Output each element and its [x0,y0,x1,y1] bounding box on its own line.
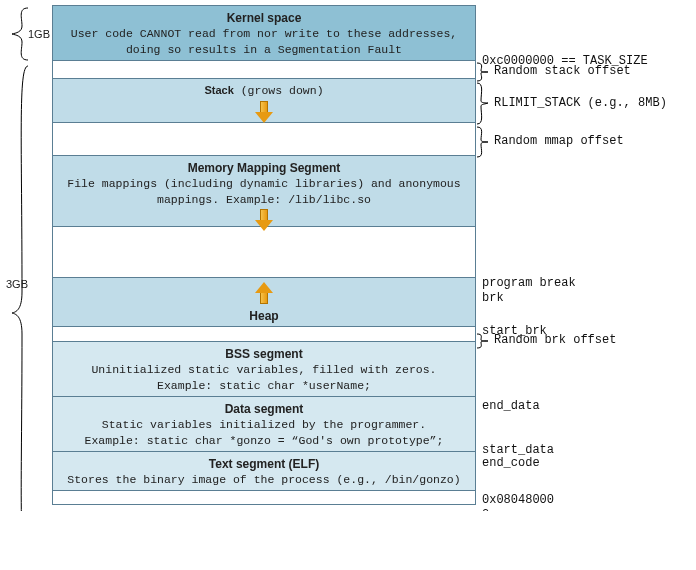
end-code-label: end_code [482,456,540,470]
bss-desc2: Example: static char *userName; [63,378,465,394]
data-segment: Data segment Static variables initialize… [52,396,476,452]
arrow-down-icon [256,209,272,231]
zero-label: 0 [482,508,489,511]
data-desc2: Example: static char *gonzo = “God's own… [63,433,465,449]
memory-map: Kernel space User code CANNOT read from … [52,6,476,505]
program-break-label: program break [482,276,576,290]
stack-segment: Stack (grows down) [52,78,476,123]
end-data-label: end_data [482,399,540,413]
heap-title: Heap [63,308,465,324]
text-start-addr: 0x08048000 [482,493,554,507]
mmap-random-offset-gap [52,122,476,156]
memory-layout-diagram: 1GB 3GB Kernel space User code CANNOT re… [6,6,690,505]
bss-title: BSS segment [63,346,465,362]
mmap-title: Memory Mapping Segment [63,160,465,176]
mmap-offset-label: Random mmap offset [494,134,624,148]
bss-desc1: Uninitialized static variables, filled w… [63,362,465,378]
data-desc1: Static variables initialized by the prog… [63,417,465,433]
start-data-label: start_data [482,443,554,457]
stack-suffix: (grows down) [234,84,324,97]
brk-offset-label: Random brk offset [494,333,616,347]
stack-offset-label: Random stack offset [494,64,631,78]
brace-1gb: 1GB [6,6,52,62]
kernel-title: Kernel space [63,10,465,26]
kernel-space-segment: Kernel space User code CANNOT read from … [52,5,476,61]
rlimit-stack-label: RLIMIT_STACK (e.g., 8MB) [494,96,667,110]
arrow-down-icon [256,101,272,123]
heap-segment: Heap [52,277,476,327]
mmap-segment: Memory Mapping Segment File mappings (in… [52,155,476,227]
zero-gap [52,490,476,505]
right-annotations: 0xc0000000 == TASK_SIZE Random stack off… [476,6,686,505]
arrow-up-icon [256,282,272,304]
text-title: Text segment (ELF) [63,456,465,472]
stack-random-offset-gap [52,60,476,79]
curly-brace-icon [6,6,30,62]
data-title: Data segment [63,401,465,417]
left-size-column: 1GB 3GB [6,6,52,505]
mmap-desc: File mappings (including dynamic librari… [63,176,465,207]
size-3gb-label: 3GB [6,278,28,290]
kernel-desc: User code CANNOT read from nor write to … [63,26,465,57]
bss-segment: BSS segment Uninitialized static variabl… [52,341,476,397]
brk-random-offset-gap [52,326,476,342]
brk-label: brk [482,291,504,305]
heap-grow-gap [52,226,476,278]
text-desc: Stores the binary image of the process (… [63,472,465,488]
brace-3gb: 3GB [6,62,52,505]
stack-title: Stack [204,84,233,96]
text-segment: Text segment (ELF) Stores the binary ima… [52,451,476,491]
size-1gb-label: 1GB [28,28,50,40]
